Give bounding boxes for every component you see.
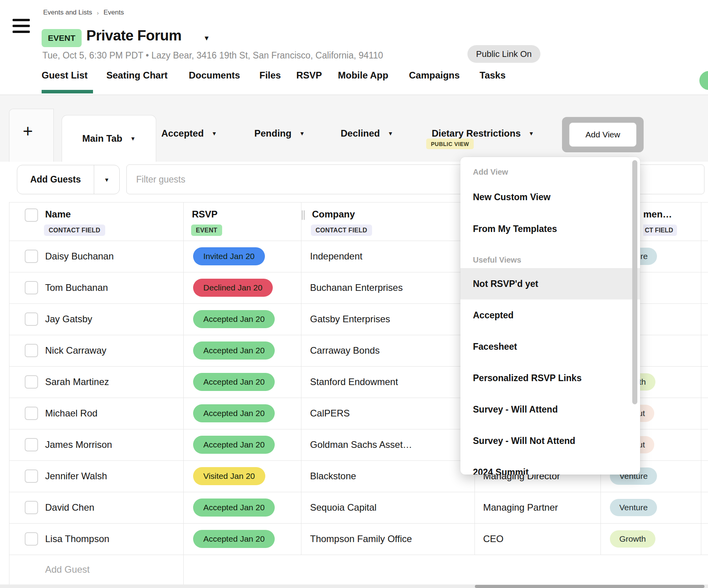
- page-title: Private Forum: [86, 27, 181, 44]
- menu-item-survey-will-attend[interactable]: Survey - Will Attend: [460, 402, 640, 416]
- menu-item-from-my-templates[interactable]: From My Templates: [460, 222, 640, 236]
- view-tab-pending[interactable]: Pending▼: [254, 128, 305, 139]
- view-tab-label: Declined: [341, 128, 380, 139]
- menu-item-survey-will-not-attend[interactable]: Survey - Will Not Attend: [460, 434, 640, 448]
- row-line: [9, 555, 708, 555]
- column-drag-handle-icon[interactable]: [302, 210, 306, 220]
- chevron-down-icon[interactable]: ▼: [130, 135, 136, 142]
- rsvp-status-badge: Accepted Jan 20: [193, 404, 275, 422]
- row-checkbox[interactable]: [25, 407, 38, 420]
- focus-badge: Venture: [610, 499, 657, 516]
- row-checkbox[interactable]: [25, 501, 38, 514]
- floating-action-circle[interactable]: [699, 71, 708, 90]
- nav-tab-mobile-app[interactable]: Mobile App: [338, 70, 388, 81]
- add-guests-dropdown-caret[interactable]: ▼: [94, 165, 119, 194]
- row-checkbox[interactable]: [25, 344, 38, 357]
- row-checkbox[interactable]: [25, 312, 38, 326]
- add-guest-row[interactable]: Add Guest: [45, 564, 89, 575]
- select-all-checkbox[interactable]: [25, 208, 38, 222]
- hamburger-menu-icon[interactable]: [13, 19, 30, 33]
- chevron-down-icon[interactable]: ▼: [388, 130, 393, 137]
- nav-tab-rsvp[interactable]: RSVP: [296, 70, 322, 81]
- breadcrumb: Events and Lists › Events: [43, 9, 124, 16]
- guest-name: David Chen: [45, 502, 94, 513]
- guest-name: James Morrison: [45, 439, 112, 450]
- column-badge-contact-field: CONTACT FIELD: [311, 225, 372, 236]
- guest-company: Stanford Endowment: [310, 376, 398, 387]
- breadcrumb-events[interactable]: Events: [104, 9, 124, 16]
- rsvp-status-badge: Accepted Jan 20: [193, 310, 275, 328]
- row-checkbox[interactable]: [25, 281, 38, 294]
- title-dropdown-caret-icon[interactable]: ▼: [203, 35, 210, 42]
- menu-item-accepted[interactable]: Accepted: [460, 308, 640, 322]
- view-tab-label: Accepted: [161, 128, 204, 139]
- menu-item-not-rsvp-d-yet[interactable]: Not RSVP'd yet: [460, 277, 640, 291]
- guest-company: Gatsby Enterprises: [310, 314, 390, 325]
- chevron-down-icon[interactable]: ▼: [212, 130, 217, 137]
- add-view-button[interactable]: Add View: [569, 122, 637, 147]
- row-checkbox[interactable]: [25, 250, 38, 263]
- row-checkbox[interactable]: [25, 532, 38, 546]
- guest-company: CalPERS: [310, 408, 350, 419]
- table-row: David ChenAccepted Jan 20Sequoia Capital…: [9, 492, 708, 523]
- menu-section-useful-views: Useful Views: [460, 253, 640, 267]
- menu-item-2024-summit[interactable]: 2024 Summit: [460, 465, 640, 475]
- guest-name: Jay Gatsby: [45, 314, 92, 325]
- table-row: Lisa ThompsonAccepted Jan 20Thompson Fam…: [9, 523, 708, 555]
- guest-company: Independent: [310, 251, 362, 262]
- rsvp-status-badge: Accepted Jan 20: [193, 341, 275, 360]
- guest-name: Michael Rod: [45, 408, 97, 419]
- view-tab-declined[interactable]: Declined▼: [341, 128, 393, 139]
- row-checkbox[interactable]: [25, 438, 38, 451]
- nav-tab-campaigns[interactable]: Campaigns: [409, 70, 460, 81]
- view-tab-accepted[interactable]: Accepted▼: [161, 128, 217, 139]
- event-date-location: Tue, Oct 5, 6:30 PM PDT • Lazy Bear, 341…: [42, 50, 383, 61]
- column-badge-contact-field: CONTACT FIELD: [44, 225, 105, 236]
- guest-title: Managing Partner: [483, 502, 558, 513]
- guest-company: Buchanan Enterprises: [310, 282, 403, 293]
- menu-item-new-custom-view[interactable]: New Custom View: [460, 190, 640, 204]
- guest-company: Thompson Family Office: [310, 533, 412, 544]
- rsvp-status-badge: Visited Jan 20: [193, 467, 265, 485]
- row-checkbox[interactable]: [25, 375, 38, 389]
- add-guests-button[interactable]: Add Guests ▼: [17, 165, 120, 194]
- nav-tab-documents[interactable]: Documents: [189, 70, 240, 81]
- public-link-toggle[interactable]: Public Link On: [467, 45, 540, 63]
- nav-tab-guest-list[interactable]: Guest List: [42, 70, 88, 81]
- rsvp-status-badge: Accepted Jan 20: [193, 530, 275, 548]
- column-header-rsvp[interactable]: RSVP: [192, 209, 217, 220]
- guest-company: Goldman Sachs Asset…: [310, 439, 412, 450]
- nav-tab-tasks[interactable]: Tasks: [480, 70, 505, 81]
- guest-name: Jennifer Walsh: [45, 471, 107, 482]
- add-view-menu: Add ViewNew Custom ViewFrom My Templates…: [460, 157, 640, 475]
- view-tab-main[interactable]: Main Tab ▼: [62, 115, 156, 162]
- chevron-down-icon[interactable]: ▼: [299, 130, 305, 137]
- nav-tab-seating-chart[interactable]: Seating Chart: [106, 70, 168, 81]
- guest-name: Lisa Thompson: [45, 533, 109, 544]
- column-header-truncated[interactable]: men…: [643, 209, 672, 220]
- column-badge-truncated: CT FIELD: [643, 225, 677, 236]
- rsvp-status-badge: Accepted Jan 20: [193, 436, 275, 454]
- rsvp-status-badge: Accepted Jan 20: [193, 499, 275, 517]
- column-header-company[interactable]: Company: [312, 209, 355, 220]
- chevron-down-icon[interactable]: ▼: [529, 130, 534, 137]
- menu-section-add-view: Add View: [460, 165, 640, 179]
- row-checkbox[interactable]: [25, 469, 38, 483]
- add-guests-label: Add Guests: [17, 174, 94, 185]
- chevron-down-icon: ▼: [104, 177, 109, 183]
- focus-badge: Growth: [610, 530, 655, 548]
- horizontal-scrollbar-thumb[interactable]: [475, 585, 704, 588]
- guest-company: Sequoia Capital: [310, 502, 376, 513]
- breadcrumb-events-and-lists[interactable]: Events and Lists: [43, 9, 92, 16]
- nav-tab-files[interactable]: Files: [259, 70, 281, 81]
- column-header-name[interactable]: Name: [45, 209, 71, 220]
- main-nav-tabs: Guest ListSeating ChartDocumentsFilesRSV…: [42, 70, 591, 82]
- menu-item-facesheet[interactable]: Facesheet: [460, 340, 640, 354]
- menu-item-personalized-rsvp-links[interactable]: Personalized RSVP Links: [460, 371, 640, 385]
- view-tab-dietary-restrictions[interactable]: Dietary Restrictions▼: [432, 128, 534, 139]
- event-guest-list-screen: Events and Lists › Events EVENT Private …: [0, 0, 708, 588]
- guest-name: Nick Carraway: [45, 345, 106, 356]
- menu-scrollbar[interactable]: [632, 160, 637, 404]
- column-badge-event: EVENT: [191, 225, 222, 236]
- view-tab-main-label: Main Tab: [82, 133, 122, 144]
